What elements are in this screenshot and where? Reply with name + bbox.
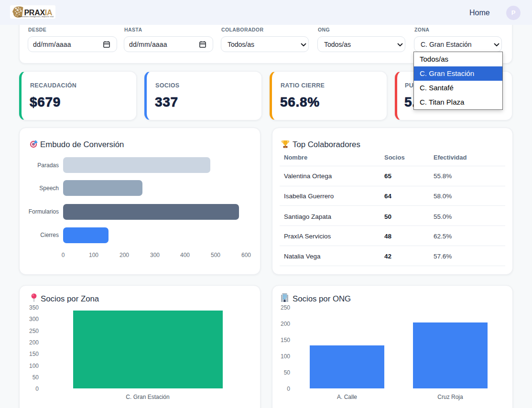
svg-text:Soluciones inteligentes, impac: Soluciones inteligentes, impacto real. xyxy=(18,15,54,18)
